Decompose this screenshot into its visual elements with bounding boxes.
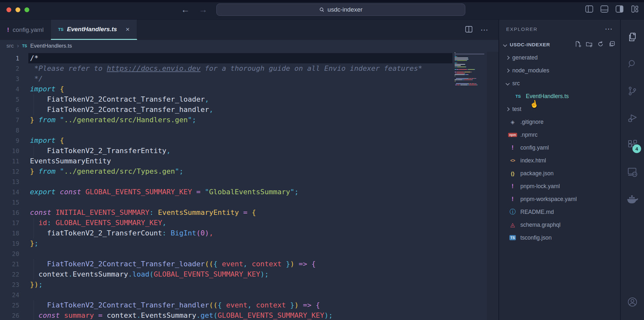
collapse-folders-icon[interactable] <box>609 41 615 49</box>
breadcrumb-file[interactable]: EventHandlers.ts <box>30 43 72 49</box>
breadcrumb-separator-icon: › <box>17 42 19 49</box>
new-folder-icon[interactable] <box>586 41 592 49</box>
line-number: 23 <box>0 279 19 290</box>
line-number: 2 <box>0 63 19 74</box>
folder-src[interactable]: src <box>499 77 620 90</box>
line-number: 20 <box>0 249 19 259</box>
explorer-title: EXPLORER <box>506 26 538 32</box>
activity-extensions-icon[interactable]: 4 <box>621 132 644 159</box>
code-line[interactable]: 20 <box>0 249 498 259</box>
activity-run-debug-icon[interactable] <box>621 105 644 132</box>
code-lines: 1/*2 *Please refer to https://docs.envio… <box>0 53 498 320</box>
code-line[interactable]: 9import { <box>0 135 498 146</box>
file-gitignore[interactable]: ◈.gitignore <box>499 115 620 128</box>
activity-source-control-icon[interactable] <box>621 78 644 105</box>
minimap-line <box>455 55 486 56</box>
code-line[interactable]: 24 <box>0 290 498 300</box>
code-text: const INITIAL_EVENTS_SUMMARY: EventsSumm… <box>19 207 256 218</box>
tab-config-yaml[interactable]: ! config.yaml <box>0 20 51 40</box>
code-line[interactable]: 1/* <box>0 53 498 63</box>
file-schema-graphql[interactable]: ◬schema.graphql <box>499 218 620 231</box>
breadcrumb-folder[interactable]: src <box>6 43 14 49</box>
close-tab-icon[interactable]: × <box>126 25 129 33</box>
code-line[interactable]: 16const INITIAL_EVENTS_SUMMARY: EventsSu… <box>0 207 498 218</box>
minimize-window-button[interactable] <box>15 7 20 12</box>
close-window-button[interactable] <box>6 7 11 12</box>
file-pnpm-lock-yaml[interactable]: !pnpm-lock.yaml <box>499 180 620 193</box>
code-line[interactable]: 5 FiatTokenV2_2Contract_Transfer_loader, <box>0 94 498 105</box>
file-config-yaml[interactable]: !config.yaml <box>499 141 620 154</box>
code-line[interactable]: 13 <box>0 177 498 187</box>
tsjson-file-icon: TS <box>508 236 517 240</box>
code-line[interactable]: 3 */ <box>0 74 498 84</box>
split-editor-icon[interactable] <box>465 25 473 34</box>
code-line[interactable]: 21 FiatTokenV2_2Contract_Transfer_loader… <box>0 259 498 269</box>
tab-eventhandlers-ts[interactable]: TS EventHandlers.ts × <box>51 20 137 40</box>
code-line[interactable]: 4import { <box>0 84 498 94</box>
history-back-button[interactable]: ← <box>181 5 190 15</box>
folder-generated[interactable]: generated <box>499 51 620 64</box>
code-line[interactable]: 18 fiatTokenV2_2_TransferCount: BigInt(0… <box>0 228 498 238</box>
file-readme-md[interactable]: ⓘREADME.md <box>499 206 620 218</box>
code-line[interactable]: 7} from "../generated/src/Handlers.gen"; <box>0 115 498 125</box>
minimap[interactable] <box>455 52 486 86</box>
tab-label: EventHandlers.ts <box>67 26 117 33</box>
account-icon[interactable] <box>621 288 644 315</box>
code-line[interactable]: 12} from "../generated/src/Types.gen"; <box>0 166 498 177</box>
code-line[interactable]: 19}; <box>0 238 498 249</box>
line-number: 19 <box>0 238 19 249</box>
activity-docker-icon[interactable] <box>621 186 644 213</box>
file-index-html[interactable]: <>index.html <box>499 154 620 167</box>
file-pnpm-workspace-yaml[interactable]: !pnpm-workspace.yaml <box>499 193 620 206</box>
workspace-section-header[interactable]: USDC-INDEXER <box>499 38 620 51</box>
history-forward-button[interactable]: → <box>199 5 207 15</box>
code-line[interactable]: 23}); <box>0 279 498 290</box>
minimap-line <box>455 63 486 64</box>
code-line[interactable]: 26 const summary = context.EventsSummary… <box>0 310 498 320</box>
activity-remote-explorer-icon[interactable] <box>621 159 644 186</box>
refresh-explorer-icon[interactable] <box>597 41 604 49</box>
toggle-panel-icon[interactable] <box>600 5 609 14</box>
html-file-icon: <> <box>508 158 517 163</box>
code-line[interactable]: 25 FiatTokenV2_2Contract_Transfer_handle… <box>0 300 498 310</box>
code-line[interactable]: 22 context.EventsSummary.load(GLOBAL_EVE… <box>0 269 498 279</box>
zoom-window-button[interactable] <box>24 7 29 12</box>
scrollbar-track[interactable] <box>487 52 498 320</box>
code-line[interactable]: 8 <box>0 125 498 135</box>
new-file-icon[interactable] <box>575 41 581 49</box>
file-npmrc[interactable]: npm.npmrc <box>499 128 620 141</box>
file-tsconfig-json[interactable]: TStsconfig.json <box>499 231 620 244</box>
activity-search-icon[interactable] <box>621 50 644 78</box>
activity-explorer-icon[interactable] <box>621 23 644 50</box>
code-line[interactable]: 10 FiatTokenV2_2_TransferEntity, <box>0 146 498 156</box>
code-editor[interactable]: 1/*2 *Please refer to https://docs.envio… <box>0 52 498 320</box>
code-line[interactable]: 14export const GLOBAL_EVENTS_SUMMARY_KEY… <box>0 187 498 197</box>
line-number: 22 <box>0 269 19 279</box>
explorer-more-actions-icon[interactable]: ⋯ <box>605 24 613 33</box>
code-line[interactable]: 15 <box>0 197 498 207</box>
minimap-line <box>455 81 486 82</box>
code-line[interactable]: 17 id: GLOBAL_EVENTS_SUMMARY_KEY, <box>0 218 498 228</box>
command-center-search[interactable]: usdc-indexer <box>216 4 465 16</box>
code-line[interactable]: 11EventsSummaryEntity <box>0 156 498 166</box>
editor-more-actions-icon[interactable]: ⋯ <box>480 25 489 34</box>
yaml-file-icon: ! <box>7 26 9 33</box>
line-number: 17 <box>0 218 19 228</box>
minimap-line <box>455 59 486 60</box>
file-package-json[interactable]: {}package.json <box>499 167 620 180</box>
code-text: }; <box>19 238 39 249</box>
toggle-secondary-sidebar-icon[interactable] <box>615 5 624 14</box>
folder-test[interactable]: test <box>499 103 620 115</box>
folder-node-modules[interactable]: node_modules <box>499 64 620 77</box>
item-label: schema.graphql <box>520 222 561 228</box>
customize-layout-icon[interactable] <box>630 5 639 14</box>
minimap-line <box>455 83 486 84</box>
minimap-line <box>455 72 486 73</box>
code-line[interactable]: 2 *Please refer to https://docs.envio.de… <box>0 63 498 74</box>
toggle-primary-sidebar-icon[interactable] <box>585 5 593 14</box>
file-eventhandlers-ts[interactable]: TSEventHandlers.ts <box>499 90 620 103</box>
minimap-line <box>455 77 486 78</box>
code-text: import { <box>19 135 64 146</box>
minimap-line <box>455 79 486 80</box>
code-line[interactable]: 6 FiatTokenV2_2Contract_Transfer_handler… <box>0 105 498 115</box>
